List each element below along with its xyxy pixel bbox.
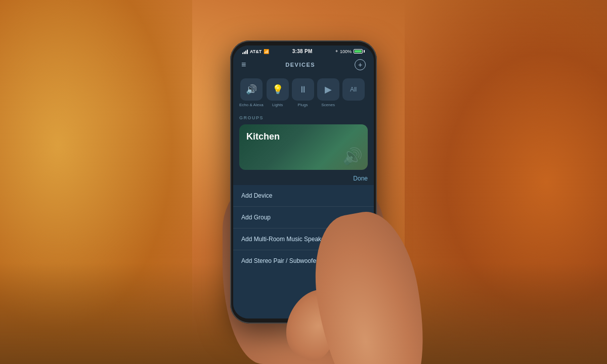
phone-frame: AT&T 📶 3:38 PM ⌖ 100% ≡ xyxy=(230,40,377,324)
wifi-icon: 📶 xyxy=(264,49,269,54)
status-bar: AT&T 📶 3:38 PM ⌖ 100% xyxy=(233,46,374,56)
signal-bar-2 xyxy=(244,52,245,54)
kitchen-card-title: Kitchen xyxy=(246,131,280,142)
status-right: ⌖ 100% xyxy=(335,49,365,54)
location-icon: ⌖ xyxy=(335,49,338,54)
groups-label: GROUPS xyxy=(239,115,368,120)
phone-screen: AT&T 📶 3:38 PM ⌖ 100% ≡ xyxy=(233,46,374,318)
add-stereo-pair-item[interactable]: Add Stereo Pair / Subwoofer xyxy=(233,250,374,271)
add-group-item[interactable]: Add Group xyxy=(233,207,374,229)
plugs-icon: ⏸ xyxy=(292,78,314,101)
kitchen-device-icon: 🔊 xyxy=(342,147,363,166)
add-stereo-pair-label: Add Stereo Pair / Subwoofer xyxy=(241,257,318,264)
add-group-label: Add Group xyxy=(241,214,271,221)
action-menu: Add Device Add Group Add Multi-Room Musi… xyxy=(233,185,374,318)
scenes-icon: ▶ xyxy=(317,78,339,101)
battery-percent: 100% xyxy=(340,49,352,54)
signal-bar-4 xyxy=(247,50,248,54)
add-device-label: Add Device xyxy=(241,192,272,199)
signal-bar-1 xyxy=(242,53,243,54)
all-icon: All xyxy=(342,78,365,101)
battery-fill xyxy=(355,50,362,53)
add-multiroom-item[interactable]: Add Multi-Room Music Speakers xyxy=(233,229,374,250)
echo-alexa-icon: 🔊 xyxy=(240,78,263,101)
category-plugs[interactable]: ⏸ Plugs xyxy=(292,78,314,107)
kitchen-card[interactable]: Kitchen 🔊 xyxy=(239,124,368,170)
lights-label: Lights xyxy=(272,103,283,107)
add-device-item[interactable]: Add Device xyxy=(233,185,374,207)
add-multiroom-label: Add Multi-Room Music Speakers xyxy=(241,236,330,243)
battery-bar xyxy=(354,49,363,54)
done-bar: Done xyxy=(233,172,374,185)
category-lights[interactable]: 💡 Lights xyxy=(267,78,289,107)
hamburger-menu-icon[interactable]: ≡ xyxy=(241,61,246,69)
time-display: 3:38 PM xyxy=(292,49,313,54)
echo-alexa-label: Echo & Alexa xyxy=(239,103,264,107)
groups-section: GROUPS Kitchen 🔊 xyxy=(233,111,374,172)
lights-icon: 💡 xyxy=(267,78,289,101)
categories-row: 🔊 Echo & Alexa 💡 Lights ⏸ Plugs ▶ Scenes… xyxy=(233,74,374,111)
done-button[interactable]: Done xyxy=(353,175,368,182)
app-header: ≡ DEVICES + xyxy=(233,56,374,74)
carrier-label: AT&T xyxy=(250,49,262,54)
signal-bar-3 xyxy=(245,51,246,54)
scenes-label: Scenes xyxy=(321,103,335,107)
page-title: DEVICES xyxy=(285,62,315,68)
category-all[interactable]: All xyxy=(342,78,365,107)
plugs-label: Plugs xyxy=(298,103,308,107)
status-left: AT&T 📶 xyxy=(242,49,269,54)
battery-indicator xyxy=(354,49,365,54)
category-scenes[interactable]: ▶ Scenes xyxy=(317,78,339,107)
battery-tip xyxy=(364,50,365,53)
add-button[interactable]: + xyxy=(355,59,366,70)
category-echo-alexa[interactable]: 🔊 Echo & Alexa xyxy=(239,78,264,107)
signal-bars-icon xyxy=(242,49,248,54)
